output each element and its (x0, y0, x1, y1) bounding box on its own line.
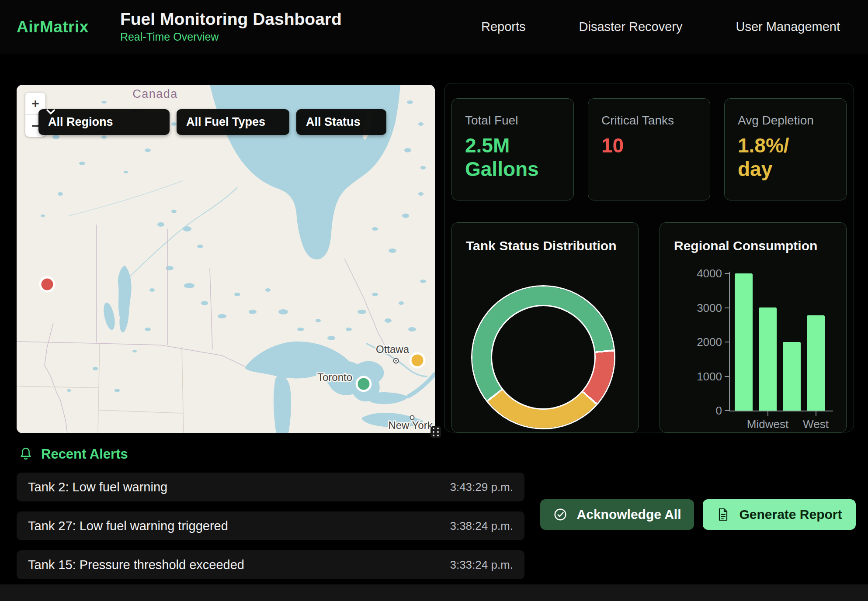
alert-row[interactable]: Tank 2: Low fuel warning 3:43:29 p.m. (17, 473, 524, 501)
generate-report-label: Generate Report (739, 507, 842, 522)
regions-filter-label: All Regions (48, 115, 113, 129)
acknowledge-all-label: Acknowledge All (577, 507, 681, 522)
x-tick-label: West (781, 418, 847, 431)
stat-card-avg-depletion: Avg Depletion 1.8%/day (724, 98, 847, 200)
alert-time: 3:33:24 p.m. (450, 558, 513, 572)
recent-alerts-header: Recent Alerts (18, 446, 128, 462)
bar-chart-title: Regional Consumption (674, 238, 832, 253)
acknowledge-all-button[interactable]: Acknowledge All (540, 499, 694, 530)
stat-value: 10 (601, 134, 693, 157)
y-tick-mark (725, 307, 729, 308)
overview-panel: Total Fuel 2.5M Gallons Critical Tanks 1… (444, 83, 854, 432)
y-tick-label: 0 (673, 404, 722, 418)
fuel-type-filter-label: All Fuel Types (186, 115, 265, 129)
alert-message: Tank 27: Low fuel warning triggered (28, 519, 228, 533)
bar (807, 315, 825, 411)
check-circle-icon (553, 508, 567, 522)
map-marker-warning[interactable] (410, 353, 424, 367)
regions-filter-dropdown[interactable]: All Regions (38, 109, 170, 135)
map-label-ottawa: Ottawa (376, 343, 410, 355)
generate-report-button[interactable]: Generate Report (703, 499, 856, 530)
stat-card-critical-tanks: Critical Tanks 10 (588, 98, 710, 200)
x-tick-mark (816, 411, 816, 416)
alert-message: Tank 2: Low fuel warning (28, 480, 167, 494)
chevron-down-icon (46, 109, 55, 115)
bar (759, 307, 777, 411)
y-tick-label: 4000 (673, 267, 722, 280)
y-tick-mark (725, 376, 729, 377)
alert-time: 3:43:29 p.m. (450, 480, 513, 494)
nav-reports[interactable]: Reports (481, 20, 526, 34)
map-marker-ok[interactable] (357, 377, 371, 391)
map-marker-critical[interactable] (40, 277, 54, 291)
header: AirMatrix Fuel Monitoring Dashboard Real… (0, 0, 868, 54)
bar-chart-x-axis (729, 411, 833, 411)
status-filter-label: All Status (306, 115, 361, 129)
fuel-type-filter-dropdown[interactable]: All Fuel Types (177, 109, 289, 135)
map-label-new-york: New York (388, 419, 433, 431)
tank-status-card: Tank Status Distribution (451, 222, 639, 433)
charts-row: Tank Status Distribution Regional Consum… (451, 222, 847, 433)
report-document-icon (716, 508, 729, 522)
map-label-canada: Canada (132, 87, 178, 100)
bar (783, 342, 801, 411)
main-nav: Reports Disaster Recovery User Managemen… (481, 20, 840, 34)
stat-card-total-fuel: Total Fuel 2.5M Gallons (451, 98, 574, 200)
map-canvas: Canada Ottawa Toronto New York (17, 85, 435, 433)
page-subtitle: Real-Time Overview (120, 31, 342, 43)
alert-time: 3:38:24 p.m. (450, 519, 513, 533)
alert-row[interactable]: Tank 15: Pressure threshold exceeded 3:3… (17, 550, 524, 579)
resize-grip-handle[interactable] (431, 426, 441, 438)
app-logo: AirMatrix (17, 18, 89, 36)
bar (735, 273, 753, 411)
stat-label: Avg Depletion (738, 114, 833, 128)
stat-label: Total Fuel (465, 114, 560, 128)
regional-consumption-card: Regional Consumption MidwestWest40003000… (660, 222, 847, 433)
bell-icon (18, 446, 33, 462)
nav-user-management[interactable]: User Management (736, 20, 840, 34)
y-tick-label: 2000 (673, 335, 722, 349)
status-filter-dropdown[interactable]: All Status (296, 109, 386, 135)
donut-chart-title: Tank Status Distribution (466, 238, 624, 253)
map-label-toronto: Toronto (317, 371, 352, 383)
x-tick-mark (767, 411, 768, 416)
donut-hole (492, 306, 594, 408)
y-tick-mark (725, 273, 729, 274)
stat-value: 2.5M Gallons (465, 134, 557, 181)
stats-row: Total Fuel 2.5M Gallons Critical Tanks 1… (451, 98, 847, 200)
recent-alerts-title: Recent Alerts (41, 446, 128, 462)
map[interactable]: Canada Ottawa Toronto New York + − All R… (17, 85, 435, 433)
map-filters: All Regions All Fuel Types All Status (38, 109, 386, 135)
page-title: Fuel Monitoring Dashboard (120, 10, 342, 28)
alert-row[interactable]: Tank 27: Low fuel warning triggered 3:38… (17, 511, 524, 540)
tank-status-donut-chart (472, 287, 614, 428)
stat-label: Critical Tanks (601, 114, 697, 128)
y-tick-mark (725, 410, 729, 411)
y-tick-label: 3000 (673, 301, 722, 315)
bar-chart-y-axis (729, 272, 730, 411)
y-tick-label: 1000 (673, 370, 722, 383)
alert-message: Tank 15: Pressure threshold exceeded (28, 558, 244, 572)
title-block: Fuel Monitoring Dashboard Real-Time Over… (120, 10, 342, 44)
y-tick-mark (725, 342, 729, 342)
nav-disaster-recovery[interactable]: Disaster Recovery (579, 20, 683, 34)
footer-bar (0, 584, 868, 601)
stat-value: 1.8%/day (738, 134, 797, 181)
